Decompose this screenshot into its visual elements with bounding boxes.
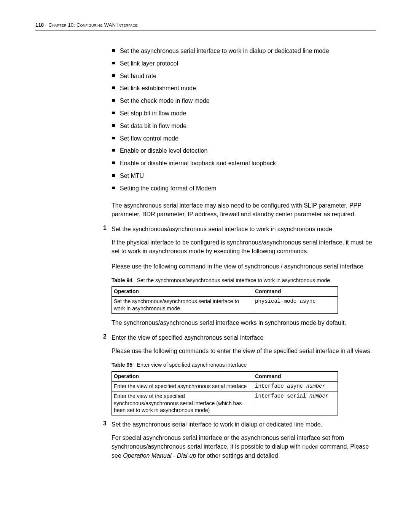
step-title: Set the synchronous/asynchronous serial … bbox=[112, 225, 376, 233]
step-title: Enter the view of specified asynchronous… bbox=[112, 333, 376, 342]
step-2: 2 Enter the view of specified asynchrono… bbox=[112, 333, 376, 342]
table94-caption: Table 94 Set the synchronous/asynchronou… bbox=[112, 277, 376, 284]
step3-post: for other settings and detailed bbox=[196, 452, 278, 459]
cell-operation: Enter the view of the specified synchron… bbox=[112, 391, 253, 415]
page-number: 118 bbox=[35, 22, 44, 28]
list-item: Set link layer protocol bbox=[112, 59, 376, 69]
cmd-prefix: interface serial bbox=[255, 393, 309, 399]
manual-reference: Operation Manual - Dial-up bbox=[123, 452, 196, 459]
table-row: Enter the view of specified asynchronous… bbox=[112, 382, 338, 391]
table-row: Enter the view of the specified synchron… bbox=[112, 391, 338, 415]
list-item: Set stop bit in flow mode bbox=[112, 109, 376, 118]
table-caption-text: Set the synchronous/asynchronous serial … bbox=[137, 277, 330, 283]
step3-para: For special asynchronous serial interfac… bbox=[112, 433, 376, 460]
list-item: Set the asynchronous serial interface to… bbox=[112, 46, 376, 56]
list-item: Set MTU bbox=[112, 171, 376, 181]
table-name: Table 94 bbox=[112, 277, 132, 283]
cell-command: interface async number bbox=[253, 382, 338, 391]
list-item: Enable or disable internal loopback and … bbox=[112, 159, 376, 168]
col-command: Command bbox=[253, 287, 338, 297]
list-item: Enable or disable level detection bbox=[112, 146, 376, 156]
cell-operation: Enter the view of specified asynchronous… bbox=[112, 382, 253, 391]
table95: Operation Command Enter the view of spec… bbox=[112, 371, 338, 415]
step-number: 1 bbox=[103, 225, 107, 232]
table-header-row: Operation Command bbox=[112, 372, 338, 382]
cmd-arg: number bbox=[309, 393, 328, 399]
step1-after: The synchronous/asynchronous serial inte… bbox=[112, 318, 376, 327]
cell-command: physical-mode async bbox=[253, 297, 338, 313]
step-title: Set the asynchronous serial interface to… bbox=[112, 420, 376, 429]
table-name: Table 95 bbox=[112, 362, 132, 368]
list-item: Setting the coding format of Modem bbox=[112, 184, 376, 193]
list-item: Set the check mode in flow mode bbox=[112, 96, 376, 106]
cmd-arg: number bbox=[306, 383, 325, 389]
step-3: 3 Set the asynchronous serial interface … bbox=[112, 420, 376, 429]
step1-para2: Please use the following command in the … bbox=[112, 262, 376, 271]
step2-para1: Please use the following commands to ent… bbox=[112, 347, 376, 355]
list-item: Set link establishment mode bbox=[112, 84, 376, 93]
page-content: Set the asynchronous serial interface to… bbox=[112, 46, 376, 460]
step-number: 3 bbox=[103, 420, 107, 427]
step1-para1: If the physical interface to be configur… bbox=[112, 238, 376, 256]
table95-caption: Table 95 Enter view of specified asynchr… bbox=[112, 361, 376, 369]
cell-command: interface serial number bbox=[253, 391, 338, 415]
step-number: 2 bbox=[103, 333, 107, 340]
intro-paragraph: The asynchronous serial interface may al… bbox=[112, 201, 376, 219]
list-item: Set flow control mode bbox=[112, 134, 376, 144]
page: 118 Chapter 10: Configuring WAN Interfac… bbox=[0, 0, 411, 532]
col-command: Command bbox=[253, 372, 338, 382]
table94: Operation Command Set the synchronous/as… bbox=[112, 286, 338, 314]
bullet-list: Set the asynchronous serial interface to… bbox=[112, 46, 376, 193]
table-row: Set the synchronous/asynchronous serial … bbox=[112, 297, 338, 313]
page-header: 118 Chapter 10: Configuring WAN Interfac… bbox=[35, 22, 376, 28]
list-item: Set baud rate bbox=[112, 72, 376, 81]
cmd-prefix: interface async bbox=[255, 383, 306, 389]
modem-command: modem bbox=[303, 444, 319, 450]
col-operation: Operation bbox=[112, 372, 253, 382]
step-1: 1 Set the synchronous/asynchronous seria… bbox=[112, 225, 376, 233]
chapter-label: Chapter 10: Configuring WAN Interface bbox=[48, 22, 137, 28]
header-rule bbox=[35, 30, 376, 30]
table-caption-text: Enter view of specified asynchronous int… bbox=[137, 362, 247, 368]
col-operation: Operation bbox=[112, 287, 253, 297]
table-header-row: Operation Command bbox=[112, 287, 338, 297]
cell-operation: Set the synchronous/asynchronous serial … bbox=[112, 297, 253, 313]
list-item: Set data bit in flow mode bbox=[112, 121, 376, 131]
